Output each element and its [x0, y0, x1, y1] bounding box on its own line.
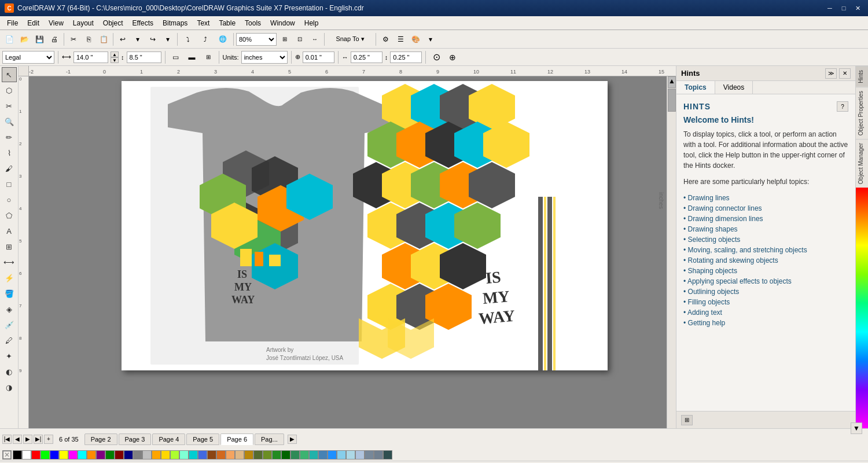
- dup-v-input[interactable]: [390, 52, 422, 63]
- menu-table[interactable]: Table: [214, 18, 240, 28]
- object-manager-tab[interactable]: Object Manager: [856, 139, 868, 188]
- dimension-tool[interactable]: ⟷: [2, 255, 17, 270]
- width-down[interactable]: ▼: [111, 57, 119, 63]
- maximize-button[interactable]: □: [838, 3, 849, 13]
- color-swatch-33[interactable]: [318, 450, 328, 460]
- menu-text[interactable]: Text: [192, 18, 214, 28]
- print-button[interactable]: 🖨: [47, 32, 61, 46]
- color-swatch-32[interactable]: [309, 450, 318, 460]
- color-swatch-26[interactable]: [253, 450, 263, 460]
- menu-bitmaps[interactable]: Bitmaps: [158, 18, 192, 28]
- page-next-btn[interactable]: ▶: [23, 435, 32, 444]
- color-swatch-16[interactable]: [161, 450, 170, 460]
- color-swatch-29[interactable]: [281, 450, 290, 460]
- shadow-tool[interactable]: ◐: [2, 364, 17, 379]
- menu-tools[interactable]: Tools: [240, 18, 266, 28]
- nudge-input[interactable]: [303, 52, 334, 63]
- menu-view[interactable]: View: [44, 18, 68, 28]
- fill-tool[interactable]: 🪣: [2, 286, 17, 301]
- hint-drawing-shapes[interactable]: Drawing shapes: [683, 224, 848, 234]
- color-swatch-10[interactable]: [105, 450, 115, 460]
- outline-tool[interactable]: 🖊: [2, 333, 17, 348]
- scrollbar-thumb[interactable]: [668, 89, 676, 112]
- redo-button[interactable]: ↪: [146, 32, 160, 46]
- import-button[interactable]: ⤵: [180, 32, 196, 46]
- page-last-btn[interactable]: ▶|: [34, 435, 43, 444]
- color-swatch-1[interactable]: [22, 450, 31, 460]
- object-properties-tab[interactable]: Object Properties: [856, 87, 868, 139]
- cut-button[interactable]: ✂: [67, 32, 80, 46]
- hint-rotating-skewing[interactable]: Rotating and skewing objects: [683, 255, 848, 266]
- color-swatch-39[interactable]: [374, 450, 383, 460]
- close-button[interactable]: ✕: [852, 3, 863, 13]
- add-page-btn[interactable]: ⊕: [446, 50, 459, 64]
- color-swatch-5[interactable]: [59, 450, 68, 460]
- no-color-swatch[interactable]: ✕: [2, 450, 12, 460]
- color-swatch-25[interactable]: [244, 450, 253, 460]
- width-up[interactable]: ▲: [111, 52, 119, 57]
- menu-object[interactable]: Object: [98, 18, 128, 28]
- undo-button[interactable]: ↩: [116, 32, 130, 46]
- hint-filling[interactable]: Filling objects: [683, 297, 848, 307]
- color-swatch-31[interactable]: [300, 450, 309, 460]
- more-btn[interactable]: ▾: [424, 32, 437, 46]
- hint-shaping[interactable]: Shaping objects: [683, 266, 848, 276]
- color-swatch-0[interactable]: [13, 450, 22, 460]
- snap-button[interactable]: Snap To ▾: [327, 32, 373, 46]
- export-button[interactable]: ⤴: [197, 32, 214, 46]
- color-swatch-14[interactable]: [142, 450, 152, 460]
- zoom-select[interactable]: 80%: [236, 33, 277, 46]
- view-options[interactable]: ☰: [393, 32, 407, 46]
- color-swatch-40[interactable]: [383, 450, 392, 460]
- color-swatch-23[interactable]: [226, 450, 235, 460]
- hints-side-tab[interactable]: Hints: [856, 66, 868, 87]
- hint-outlining[interactable]: Outlining objects: [683, 286, 848, 297]
- new-button[interactable]: 📄: [2, 32, 16, 46]
- color-swatch-30[interactable]: [290, 450, 300, 460]
- hint-connector-lines[interactable]: Drawing connector lines: [683, 203, 848, 214]
- hint-special-effects[interactable]: Applying special effects to objects: [683, 276, 848, 286]
- vertical-scrollbar[interactable]: ▲: [667, 76, 676, 428]
- color-swatch-9[interactable]: [96, 450, 105, 460]
- color-swatch-38[interactable]: [365, 450, 374, 460]
- crop-tool[interactable]: ✂: [2, 98, 17, 113]
- menu-window[interactable]: Window: [266, 18, 300, 28]
- zoom-tool[interactable]: 🔍: [2, 114, 17, 129]
- rectangle-tool[interactable]: □: [2, 177, 17, 192]
- zoom-width-button[interactable]: ↔: [308, 32, 322, 46]
- connector-tool[interactable]: ⚡: [2, 270, 17, 285]
- tabs-scroll-right[interactable]: ▶: [288, 435, 297, 444]
- page-prev-btn[interactable]: ◀: [13, 435, 22, 444]
- color-swatch-27[interactable]: [263, 450, 272, 460]
- color-swatch-34[interactable]: [328, 450, 337, 460]
- menu-effects[interactable]: Effects: [128, 18, 158, 28]
- color-swatch-24[interactable]: [235, 450, 244, 460]
- minimize-button[interactable]: ─: [824, 3, 836, 13]
- page-new-btn[interactable]: +: [44, 435, 53, 444]
- copy-button[interactable]: ⎘: [82, 32, 95, 46]
- hints-expand-btn[interactable]: ≫: [825, 68, 837, 79]
- ellipse-tool[interactable]: ○: [2, 192, 17, 207]
- paste-button[interactable]: 📋: [97, 32, 111, 46]
- color-swatch-17[interactable]: [170, 450, 179, 460]
- color-swatch-7[interactable]: [78, 450, 87, 460]
- artistic-media-tool[interactable]: 🖌: [2, 161, 17, 176]
- color-swatch-12[interactable]: [124, 450, 133, 460]
- color-swatch-22[interactable]: [216, 450, 226, 460]
- menu-file[interactable]: File: [2, 18, 23, 28]
- tab-videos[interactable]: Videos: [715, 81, 753, 94]
- color-btn[interactable]: 🎨: [409, 32, 422, 46]
- color-swatch-18[interactable]: [179, 450, 189, 460]
- bleed-btn[interactable]: ⊞: [201, 50, 215, 64]
- transform-btn[interactable]: ⊙: [429, 50, 443, 64]
- color-swatch-13[interactable]: [133, 450, 142, 460]
- eyedropper-tool[interactable]: 💉: [2, 317, 17, 332]
- menu-help[interactable]: Help: [300, 18, 323, 28]
- color-swatch-4[interactable]: [50, 450, 59, 460]
- hint-getting-help[interactable]: Getting help: [683, 318, 848, 328]
- options-button[interactable]: ⚙: [378, 32, 392, 46]
- landscape-btn[interactable]: ▬: [185, 50, 199, 64]
- shape-tool[interactable]: ⬡: [2, 83, 17, 98]
- color-swatch-35[interactable]: [337, 450, 346, 460]
- hint-moving-scaling[interactable]: Moving, scaling, and stretching objects: [683, 245, 848, 255]
